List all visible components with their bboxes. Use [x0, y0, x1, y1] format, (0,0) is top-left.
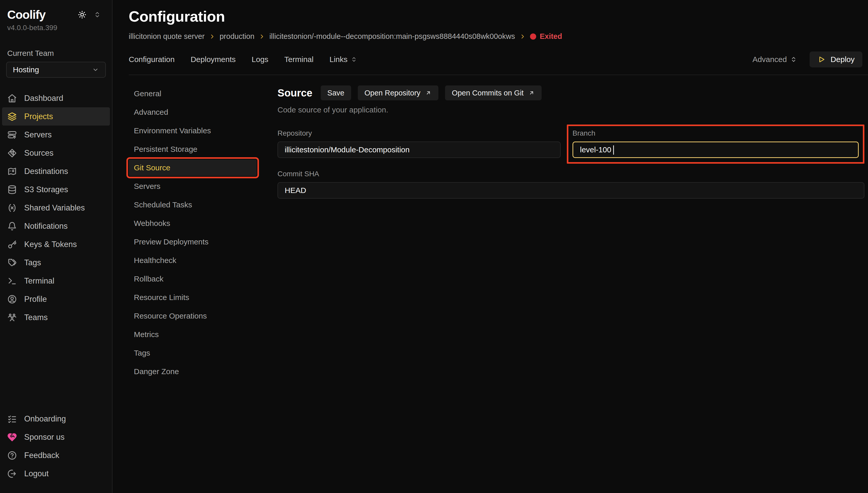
sidebar-item-terminal[interactable]: Terminal — [2, 272, 110, 290]
sidebar-footer-nav: OnboardingSponsor usFeedbackLogout — [0, 410, 112, 483]
sidebar-item-destinations[interactable]: Destinations — [2, 162, 110, 180]
team-select-value: Hosting — [13, 65, 39, 74]
sidebar-item-projects[interactable]: Projects — [2, 107, 110, 126]
tab-deployments[interactable]: Deployments — [190, 55, 235, 64]
subnav-item-webhooks[interactable]: Webhooks — [129, 215, 257, 232]
repository-input[interactable] — [277, 142, 560, 158]
subnav-item-resource-limits[interactable]: Resource Limits — [129, 289, 257, 306]
subnav-item-danger-zone[interactable]: Danger Zone — [129, 363, 257, 380]
sidebar-item-notifications[interactable]: Notifications — [2, 217, 110, 235]
sidebar-item-onboarding[interactable]: Onboarding — [2, 410, 110, 428]
advanced-dropdown[interactable]: Advanced — [753, 55, 797, 64]
sidebar-item-label: Shared Variables — [24, 203, 85, 213]
sun-icon[interactable] — [78, 10, 87, 19]
tags-icon — [7, 258, 17, 267]
branch-input[interactable] — [572, 142, 859, 158]
chevrons-up-down-icon[interactable] — [93, 11, 101, 19]
tabs-container: ConfigurationDeploymentsLogsTerminalLink… — [129, 55, 373, 64]
tab-terminal[interactable]: Terminal — [284, 55, 314, 64]
chevron-right-icon — [209, 33, 215, 40]
settings-subnav: GeneralAdvancedEnvironment VariablesPers… — [129, 85, 257, 382]
source-heading: Source — [277, 87, 313, 99]
sidebar-item-label: Teams — [24, 313, 48, 322]
subnav-item-preview-deployments[interactable]: Preview Deployments — [129, 234, 257, 250]
terminal-icon — [7, 276, 17, 286]
sidebar-item-dashboard[interactable]: Dashboard — [2, 89, 110, 107]
subnav-item-metrics[interactable]: Metrics — [129, 326, 257, 343]
commit-sha-field: Commit SHA — [277, 170, 864, 199]
arrow-up-right-icon — [528, 89, 535, 96]
open-commits-button[interactable]: Open Commits on Git — [445, 85, 542, 100]
breadcrumb-item[interactable]: production — [219, 32, 254, 41]
play-icon — [817, 55, 826, 64]
open-repository-button[interactable]: Open Repository — [358, 85, 439, 100]
sidebar-item-servers[interactable]: Servers — [2, 126, 110, 144]
tab-label: Deployments — [190, 55, 235, 64]
users-icon — [7, 313, 17, 322]
sidebar-item-label: Servers — [24, 130, 52, 140]
save-button[interactable]: Save — [321, 85, 351, 100]
sidebar-item-sponsor-us[interactable]: Sponsor us — [2, 428, 110, 446]
sidebar-item-label: Terminal — [24, 276, 54, 286]
commit-sha-input[interactable] — [277, 182, 864, 199]
subnav-item-rollback[interactable]: Rollback — [129, 271, 257, 287]
branch-annotation-box: Branch — [567, 125, 864, 164]
subnav-item-environment-variables[interactable]: Environment Variables — [129, 123, 257, 139]
subnav-item-healthcheck[interactable]: Healthcheck — [129, 252, 257, 269]
status-label: Exited — [540, 32, 562, 41]
key-icon — [7, 239, 17, 249]
subnav-item-general[interactable]: General — [129, 85, 257, 102]
text-cursor — [613, 145, 614, 155]
sidebar-item-keys-tokens[interactable]: Keys & Tokens — [2, 235, 110, 254]
deploy-button[interactable]: Deploy — [809, 51, 862, 67]
subnav-item-scheduled-tasks[interactable]: Scheduled Tasks — [129, 197, 257, 213]
sidebar-item-label: Keys & Tokens — [24, 240, 77, 249]
subnav-item-git-source[interactable]: Git Source — [129, 159, 257, 176]
chevrons-up-down-icon — [790, 56, 797, 63]
subnav-item-resource-operations[interactable]: Resource Operations — [129, 308, 257, 324]
variable-icon — [7, 203, 17, 213]
source-section: Source Save Open Repository Open Commits… — [257, 85, 868, 382]
sidebar-item-label: Sources — [24, 148, 54, 158]
main-area: Configuration illicitonion quote serverp… — [112, 0, 868, 493]
sidebar-item-logout[interactable]: Logout — [2, 465, 110, 483]
arrow-up-right-icon — [425, 89, 432, 96]
deploy-label: Deploy — [831, 55, 854, 64]
chevron-right-icon — [519, 33, 526, 40]
tab-label: Links — [330, 55, 347, 64]
breadcrumb-item[interactable]: illicitestonion/-module--decomposition:m… — [269, 32, 515, 41]
app-version: v4.0.0-beta.399 — [0, 24, 112, 32]
breadcrumb-item[interactable]: illicitonion quote server — [129, 32, 205, 41]
help-circle-icon — [7, 451, 17, 460]
layers-icon — [7, 112, 17, 122]
sidebar-item-label: Profile — [24, 295, 47, 304]
sidebar-item-label: Notifications — [24, 221, 68, 231]
chevrons-up-down-icon — [351, 56, 357, 63]
tab-links[interactable]: Links — [330, 55, 357, 64]
sidebar-item-tags[interactable]: Tags — [2, 254, 110, 272]
tab-configuration[interactable]: Configuration — [129, 55, 174, 64]
open-commits-label: Open Commits on Git — [452, 89, 524, 97]
team-select[interactable]: Hosting — [6, 62, 106, 78]
heart-handshake-icon — [7, 432, 17, 442]
subnav-item-servers[interactable]: Servers — [129, 178, 257, 194]
sidebar-nav: DashboardProjectsServersSourcesDestinati… — [0, 89, 112, 326]
sidebar-item-s3-storages[interactable]: S3 Storages — [2, 180, 110, 199]
sidebar-item-profile[interactable]: Profile — [2, 290, 110, 308]
subnav-item-tags[interactable]: Tags — [129, 345, 257, 361]
branch-label: Branch — [572, 129, 859, 137]
sidebar-item-label: Destinations — [24, 167, 68, 176]
sidebar-item-teams[interactable]: Teams — [2, 308, 110, 326]
tab-label: Configuration — [129, 55, 174, 64]
sidebar-item-feedback[interactable]: Feedback — [2, 446, 110, 465]
sidebar-item-sources[interactable]: Sources — [2, 144, 110, 162]
page-title: Configuration — [129, 8, 868, 25]
subnav-item-advanced[interactable]: Advanced — [129, 104, 257, 121]
breadcrumb: illicitonion quote serverproductionillic… — [129, 32, 868, 41]
subnav-item-persistent-storage[interactable]: Persistent Storage — [129, 141, 257, 157]
list-checks-icon — [7, 414, 17, 424]
sidebar-item-shared-variables[interactable]: Shared Variables — [2, 199, 110, 217]
status-badge: Exited — [530, 32, 562, 41]
tab-logs[interactable]: Logs — [252, 55, 269, 64]
app-window: Coolify v4.0.0-beta.399 Current Team Hos… — [0, 0, 868, 493]
